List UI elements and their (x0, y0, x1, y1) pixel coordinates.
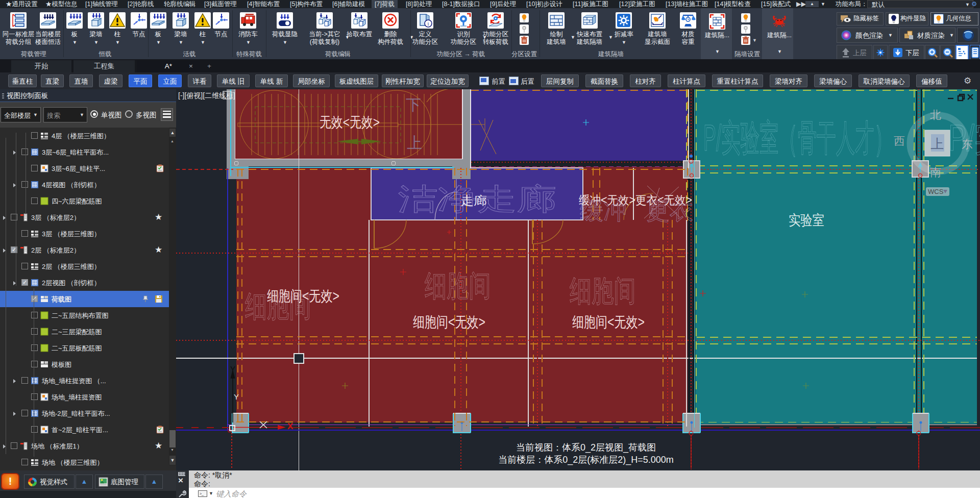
svg-text:细胞间<无效>: 细胞间<无效> (413, 314, 485, 330)
svg-text:上: 上 (407, 134, 422, 151)
svg-text:当前楼层：体系0_2层(标准层2)_H=5.000m: 当前楼层：体系0_2层(标准层2)_H=5.000m (498, 455, 674, 465)
svg-text:下: 下 (406, 96, 421, 113)
svg-text:西: 西 (894, 135, 905, 147)
svg-text:上: 上 (930, 136, 944, 152)
svg-text:实验室: 实验室 (789, 212, 824, 228)
svg-text:细胞间: 细胞间 (425, 269, 491, 302)
svg-text:i: i (428, 21, 429, 27)
svg-text:P/实验室（骨干人才）: P/实验室（骨干人才） (703, 117, 893, 158)
svg-text:WCS: WCS (928, 188, 944, 195)
svg-text:缓冲: 缓冲 (580, 197, 627, 224)
svg-text:[-][俯视][二维线框]: [-][俯视][二维线框] (178, 91, 235, 99)
svg-text:走廊: 走廊 (460, 194, 487, 207)
svg-text:细胞间<无效>: 细胞间<无效> (572, 314, 645, 330)
svg-text:无效<无效>: 无效<无效> (320, 114, 380, 130)
svg-text:细胞间: 细胞间 (245, 289, 311, 322)
svg-text:细胞间: 细胞间 (570, 274, 636, 307)
svg-text:当前视图：体系0_2层视图_荷载图: 当前视图：体系0_2层视图_荷载图 (516, 442, 656, 453)
svg-text:更衣: 更衣 (646, 197, 693, 224)
